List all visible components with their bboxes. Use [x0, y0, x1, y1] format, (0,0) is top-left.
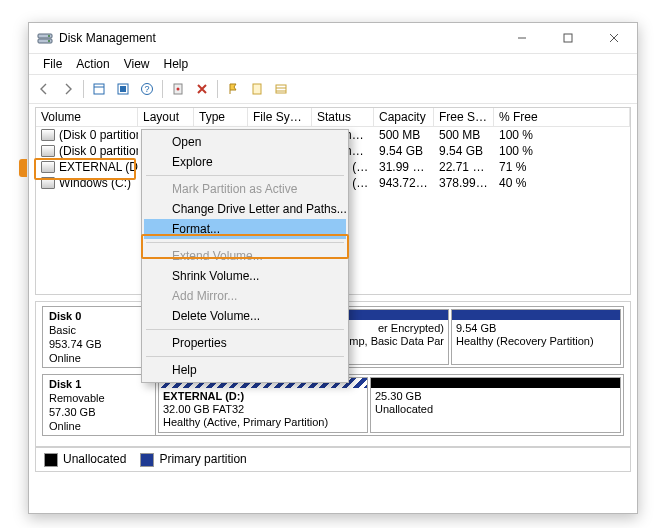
svg-rect-13 [276, 85, 286, 93]
cell-pct: 100 % [494, 143, 630, 159]
toolbar-back[interactable] [33, 78, 55, 100]
svg-point-2 [48, 35, 50, 37]
context-menu: Open Explore Mark Partition as Active Ch… [141, 129, 349, 383]
cell-pct: 100 % [494, 127, 630, 143]
disk1-row: Disk 1 Removable 57.30 GB Online EXTERNA… [42, 374, 624, 436]
volume-icon [41, 129, 55, 141]
col-volume[interactable]: Volume [36, 108, 138, 126]
disk1-state: Online [49, 419, 149, 433]
arrow-right-icon [61, 82, 75, 96]
svg-rect-12 [253, 84, 261, 94]
ctx-help[interactable]: Help [144, 360, 346, 380]
cell-capacity: 943.72 GB [374, 175, 434, 191]
toolbar-action2[interactable] [246, 78, 268, 100]
volume-name: EXTERNAL (D:) [59, 160, 138, 174]
maximize-button[interactable] [545, 23, 591, 53]
app-icon [37, 30, 53, 46]
ctx-explore[interactable]: Explore [144, 152, 346, 172]
volume-list-header: Volume Layout Type File System Status Ca… [36, 108, 630, 127]
flag-icon [226, 82, 240, 96]
toolbar-help[interactable]: ? [136, 78, 158, 100]
menu-file[interactable]: File [37, 55, 68, 73]
volume-icon [41, 161, 55, 173]
disk1-vol-external-line3: Healthy (Active, Primary Partition) [163, 416, 363, 429]
ctx-separator [146, 356, 344, 357]
disk1-vol-external[interactable]: EXTERNAL (D:) 32.00 GB FAT32 Healthy (Ac… [158, 377, 368, 433]
disk0-title: Disk 0 [49, 309, 149, 323]
titlebar: Disk Management [29, 23, 637, 54]
svg-point-11 [177, 88, 180, 91]
ctx-extend: Extend Volume... [144, 246, 346, 266]
arrow-left-icon [37, 82, 51, 96]
ctx-delete[interactable]: Delete Volume... [144, 306, 346, 326]
cell-pct: 40 % [494, 175, 630, 191]
disk0-info[interactable]: Disk 0 Basic 953.74 GB Online [42, 306, 156, 368]
col-capacity[interactable]: Capacity [374, 108, 434, 126]
ctx-change-letter[interactable]: Change Drive Letter and Paths... [144, 199, 346, 219]
cell-free: 22.71 GB [434, 159, 494, 175]
toolbar-separator [83, 80, 84, 98]
cell-capacity: 500 MB [374, 127, 434, 143]
disk1-size: 57.30 GB [49, 405, 149, 419]
disk1-type: Removable [49, 391, 149, 405]
ctx-open[interactable]: Open [144, 132, 346, 152]
disk0-vol-right[interactable]: 9.54 GB Healthy (Recovery Partition) [451, 309, 621, 365]
toolbar-delete[interactable] [191, 78, 213, 100]
col-type[interactable]: Type [194, 108, 248, 126]
col-pctfree[interactable]: % Free [494, 108, 630, 126]
toolbar-refresh[interactable] [88, 78, 110, 100]
svg-rect-7 [120, 86, 126, 92]
toolbar-action3[interactable] [270, 78, 292, 100]
ctx-format[interactable]: Format... [144, 219, 346, 239]
minimize-button[interactable] [499, 23, 545, 53]
toolbar-settings[interactable] [167, 78, 189, 100]
disk-management-window: Disk Management File Action View Help ? [28, 22, 638, 514]
disk1-vol-external-title: EXTERNAL (D:) [163, 390, 363, 403]
toolbar-properties[interactable] [112, 78, 134, 100]
legend-swatch-black [44, 453, 58, 467]
svg-text:?: ? [144, 84, 149, 94]
col-status[interactable]: Status [312, 108, 374, 126]
col-freespace[interactable]: Free Spa... [434, 108, 494, 126]
ctx-properties[interactable]: Properties [144, 333, 346, 353]
list-icon [274, 82, 288, 96]
disk1-volumes: EXTERNAL (D:) 32.00 GB FAT32 Healthy (Ac… [156, 374, 624, 436]
menu-view[interactable]: View [118, 55, 156, 73]
disk0-vol-right-status: Healthy (Recovery Partition) [456, 335, 616, 348]
disk0-vol-right-size: 9.54 GB [456, 322, 616, 335]
toolbar-forward[interactable] [57, 78, 79, 100]
cell-capacity: 31.99 GB [374, 159, 434, 175]
annotation-highlight-tab [19, 159, 27, 177]
disk1-vol-unalloc-label: Unallocated [375, 403, 616, 416]
menu-help[interactable]: Help [158, 55, 195, 73]
volume-name: Windows (C:) [59, 176, 131, 190]
cell-free: 500 MB [434, 127, 494, 143]
volume-icon [41, 145, 55, 157]
col-layout[interactable]: Layout [138, 108, 194, 126]
toolbar-action1[interactable] [222, 78, 244, 100]
cell-capacity: 9.54 GB [374, 143, 434, 159]
close-icon [609, 33, 619, 43]
disk0-type: Basic [49, 323, 149, 337]
menubar: File Action View Help [29, 54, 637, 74]
close-button[interactable] [591, 23, 637, 53]
legend-unallocated: Unallocated [44, 452, 126, 467]
disk1-info[interactable]: Disk 1 Removable 57.30 GB Online [42, 374, 156, 436]
toolbar: ? [29, 74, 637, 104]
volume-icon [41, 177, 55, 189]
ctx-separator [146, 242, 344, 243]
ctx-add-mirror: Add Mirror... [144, 286, 346, 306]
ctx-shrink[interactable]: Shrink Volume... [144, 266, 346, 286]
minimize-icon [517, 33, 527, 43]
cell-free: 9.54 GB [434, 143, 494, 159]
refresh-icon [92, 82, 106, 96]
legend-primary-label: Primary partition [159, 452, 246, 466]
disk0-size: 953.74 GB [49, 337, 149, 351]
legend-primary: Primary partition [140, 452, 246, 467]
volume-name: (Disk 0 partition 1) [59, 128, 138, 142]
properties-icon [116, 82, 130, 96]
menu-action[interactable]: Action [70, 55, 115, 73]
note-icon [250, 82, 264, 96]
disk1-vol-unallocated[interactable]: 25.30 GB Unallocated [370, 377, 621, 433]
col-filesystem[interactable]: File System [248, 108, 312, 126]
